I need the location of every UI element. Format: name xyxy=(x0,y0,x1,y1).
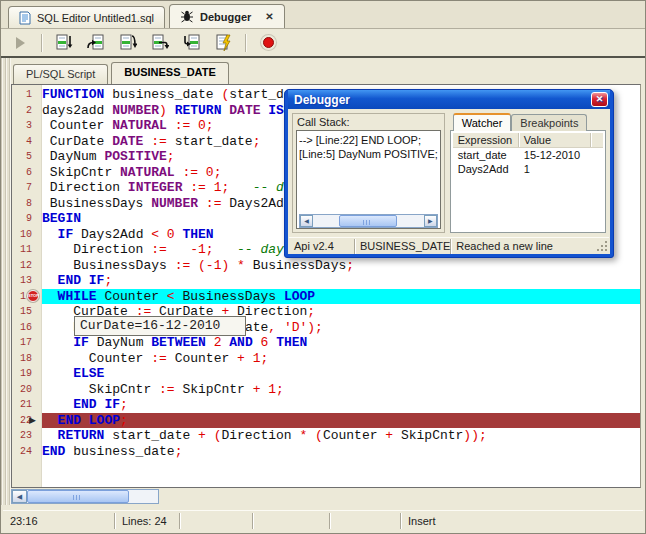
line-gutter: 6 xyxy=(12,165,42,181)
code-token: RETURN xyxy=(58,428,105,443)
status-segment xyxy=(253,513,330,529)
column-value[interactable]: Value xyxy=(519,133,591,147)
scrollbar-thumb[interactable] xyxy=(339,215,397,227)
scroll-right-arrow-icon[interactable]: ▶ xyxy=(424,215,437,227)
line-gutter: 17 xyxy=(12,335,42,351)
tab-close-icon[interactable]: ✕ xyxy=(265,11,273,22)
execution-pointer-icon: ▶ xyxy=(29,413,36,429)
code-token: END LOOP xyxy=(58,413,120,428)
scrollbar-track[interactable] xyxy=(129,490,158,503)
run-to-cursor-button[interactable] xyxy=(149,32,171,54)
code-token: start_date xyxy=(104,428,198,443)
status-line-count: Lines: 24 xyxy=(115,513,180,529)
code-token: BETWEEN xyxy=(151,335,206,350)
debugger-event-message: Reached a new line xyxy=(451,239,596,254)
tab-sql-editor[interactable]: SQL Editor Untitled1.sql xyxy=(8,6,165,28)
horizontal-scrollbar[interactable]: ◀ xyxy=(11,489,159,504)
code-line[interactable]: 18 Counter := Counter + 1; xyxy=(12,351,640,367)
code-token: SkipCntr xyxy=(393,428,463,443)
code-line-text: WHILE Counter < BusinessDays LOOP xyxy=(42,289,640,305)
line-number: 15 xyxy=(12,304,32,320)
run-play-icon xyxy=(16,37,25,49)
run-play-button[interactable] xyxy=(9,32,31,54)
scroll-left-arrow-icon[interactable]: ◀ xyxy=(12,490,27,503)
tab-breakpoints[interactable]: Breakpoints xyxy=(511,114,587,131)
code-token: Direction xyxy=(221,428,299,443)
code-line[interactable]: 21 END IF; xyxy=(12,397,640,413)
line-gutter: 2 xyxy=(12,103,42,119)
run-until-return-button[interactable] xyxy=(181,32,203,54)
code-line[interactable]: 22▶ END LOOP; xyxy=(12,413,640,429)
watcher-page: Expression Value start_date 15-12-2010 D… xyxy=(450,130,606,233)
code-token: := (-1) * xyxy=(175,258,245,273)
line-number: 20 xyxy=(12,382,32,398)
window-close-icon[interactable]: ✕ xyxy=(591,92,608,107)
step-into-button[interactable] xyxy=(85,32,107,54)
call-stack-item[interactable]: --> [Line:22] END LOOP; xyxy=(299,133,438,147)
breakpoint-stop-icon[interactable]: STOP xyxy=(27,290,39,302)
scrollbar-track[interactable] xyxy=(397,215,423,227)
code-line[interactable]: 14STOP WHILE Counter < BusinessDays LOOP xyxy=(12,289,640,305)
watch-row[interactable]: start_date 15-12-2010 xyxy=(453,148,603,162)
code-token xyxy=(198,196,206,211)
code-token xyxy=(42,366,73,381)
line-gutter: 8 xyxy=(12,196,42,212)
code-token: := 0; xyxy=(182,165,221,180)
splitter-grip[interactable] xyxy=(1,58,11,505)
code-token xyxy=(42,227,58,242)
execute-script-button[interactable] xyxy=(213,32,235,54)
code-token: Direction xyxy=(42,180,128,195)
tab-debugger[interactable]: Debugger ✕ xyxy=(169,4,285,28)
call-stack-label: Call Stack: xyxy=(297,116,441,128)
call-stack-list[interactable]: --> [Line:22] END LOOP; [Line:5] DayNum … xyxy=(296,130,441,229)
step-over-button[interactable] xyxy=(53,32,75,54)
code-line[interactable]: 23 RETURN start_date + (Direction * (Cou… xyxy=(12,428,640,444)
line-number: 6 xyxy=(12,165,32,181)
code-token: < 0 xyxy=(151,227,174,242)
code-line[interactable]: 13 END IF; xyxy=(12,273,640,289)
watch-row[interactable]: Days2Add 1 xyxy=(453,162,603,176)
code-line[interactable]: 19 ELSE xyxy=(12,366,640,382)
step-out-icon xyxy=(119,34,137,52)
scroll-left-arrow-icon[interactable]: ◀ xyxy=(300,215,313,227)
column-expression[interactable]: Expression xyxy=(453,133,519,147)
scrollbar-thumb[interactable] xyxy=(27,490,129,503)
document-tab-bar: SQL Editor Untitled1.sql Debugger ✕ xyxy=(1,1,645,29)
code-line-text: END LOOP; xyxy=(42,413,640,429)
code-token xyxy=(42,413,58,428)
code-line[interactable]: 17 IF DayNum BETWEEN 2 AND 6 THEN xyxy=(12,335,640,351)
code-token: DATE xyxy=(229,103,260,118)
step-over-icon xyxy=(55,34,73,52)
code-token: WHILE xyxy=(58,289,97,304)
resize-grip-icon[interactable] xyxy=(596,240,609,253)
code-token: IF xyxy=(58,227,74,242)
code-token: Counter xyxy=(42,118,112,133)
code-line[interactable]: 12 BusinessDays := (-1) * BusinessDays; xyxy=(12,258,640,274)
code-line-text: END IF; xyxy=(42,273,640,289)
scrollbar-track[interactable] xyxy=(313,215,339,227)
line-number: 8 xyxy=(12,196,32,212)
execute-lightning-icon xyxy=(215,34,233,52)
code-token xyxy=(229,180,252,195)
tab-watcher[interactable]: Watcher xyxy=(453,113,512,131)
call-stack-item[interactable]: [Line:5] DayNum POSITIVE; xyxy=(299,147,438,161)
step-out-button[interactable] xyxy=(117,32,139,54)
code-token: Counter xyxy=(97,289,167,304)
code-line[interactable]: 24END business_date; xyxy=(12,444,640,460)
code-line[interactable]: 20 SkipCntr := SkipCntr + 1; xyxy=(12,382,640,398)
call-stack-scrollbar[interactable]: ◀ ▶ xyxy=(299,214,438,228)
script-tab-bar: PL/SQL Script BUSINESS_DATE xyxy=(11,58,641,84)
code-token: ; xyxy=(253,134,261,149)
code-token: SkipCntr xyxy=(175,382,253,397)
code-token: CurDate xyxy=(42,134,112,149)
code-token xyxy=(42,289,58,304)
code-line-text: RETURN start_date + (Direction * (Counte… xyxy=(42,428,640,444)
line-number: 7 xyxy=(12,180,32,196)
tab-plsql-script[interactable]: PL/SQL Script xyxy=(13,64,108,84)
watch-value: 1 xyxy=(519,162,591,176)
toggle-breakpoint-button[interactable] xyxy=(257,32,279,54)
tab-business-date[interactable]: BUSINESS_DATE xyxy=(111,62,228,84)
code-token: IS xyxy=(268,103,284,118)
debugger-title-bar[interactable]: Debugger ✕ xyxy=(288,90,610,109)
tab-label: SQL Editor Untitled1.sql xyxy=(37,12,154,24)
